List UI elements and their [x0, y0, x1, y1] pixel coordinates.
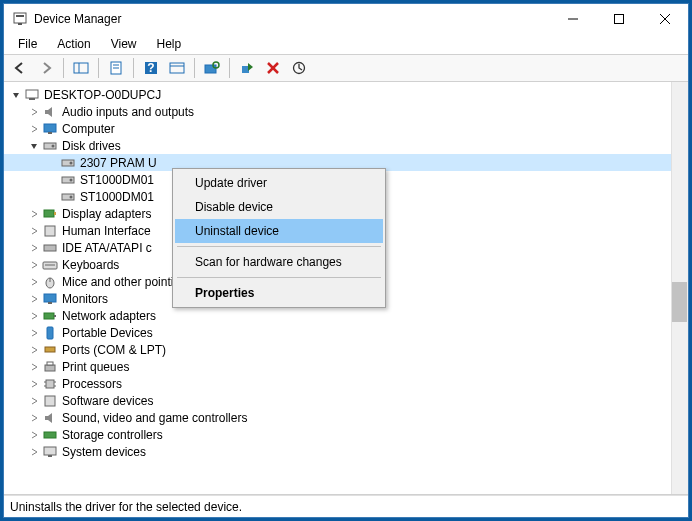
menu-file[interactable]: File	[10, 35, 45, 53]
scrollbar-thumb[interactable]	[672, 282, 687, 322]
tree-label: System devices	[62, 445, 146, 459]
device-manager-window: Device Manager File Action View Help ?	[3, 3, 689, 518]
svg-point-31	[70, 178, 73, 181]
portable-device-icon	[42, 325, 58, 341]
back-button[interactable]	[8, 57, 32, 79]
ctx-disable-device[interactable]: Disable device	[175, 195, 383, 219]
ctx-scan-hardware[interactable]: Scan for hardware changes	[175, 250, 383, 274]
ctx-label: Scan for hardware changes	[195, 255, 342, 269]
action-button[interactable]	[165, 57, 189, 79]
enable-device-button[interactable]	[235, 57, 259, 79]
tree-label: Storage controllers	[62, 428, 163, 442]
menu-view[interactable]: View	[103, 35, 145, 53]
tree-item-audio[interactable]: Audio inputs and outputs	[4, 103, 671, 120]
tree-item-network[interactable]: Network adapters	[4, 307, 671, 324]
svg-rect-25	[48, 132, 52, 134]
svg-rect-2	[18, 23, 22, 25]
audio-icon	[42, 104, 58, 120]
tree-root[interactable]: DESKTOP-O0DUPCJ	[4, 86, 671, 103]
tree-label: Computer	[62, 122, 115, 136]
window-controls	[550, 4, 688, 34]
chevron-right-icon[interactable]	[26, 444, 42, 460]
sound-icon	[42, 410, 58, 426]
tree-item-storage[interactable]: Storage controllers	[4, 426, 671, 443]
chevron-right-icon[interactable]	[26, 427, 42, 443]
svg-rect-42	[44, 294, 56, 302]
ctx-properties[interactable]: Properties	[175, 281, 383, 305]
menu-help[interactable]: Help	[149, 35, 190, 53]
separator	[177, 277, 381, 278]
chevron-right-icon[interactable]	[26, 206, 42, 222]
tree-item-print[interactable]: Print queues	[4, 358, 671, 375]
chevron-right-icon[interactable]	[26, 325, 42, 341]
tree-label: Sound, video and game controllers	[62, 411, 247, 425]
tree-label: 2307 PRAM U	[80, 156, 157, 170]
forward-button[interactable]	[34, 57, 58, 79]
svg-rect-1	[16, 15, 24, 17]
maximize-button[interactable]	[596, 4, 642, 34]
update-driver-button[interactable]	[287, 57, 311, 79]
chevron-right-icon[interactable]	[26, 342, 42, 358]
app-icon	[12, 11, 28, 27]
chevron-down-icon[interactable]	[8, 87, 24, 103]
menubar: File Action View Help	[4, 34, 688, 54]
ctx-uninstall-device[interactable]: Uninstall device	[175, 219, 383, 243]
chevron-right-icon[interactable]	[26, 104, 42, 120]
chevron-right-icon[interactable]	[26, 223, 42, 239]
tree-label: Display adapters	[62, 207, 151, 221]
properties-button[interactable]	[104, 57, 128, 79]
chevron-right-icon[interactable]	[26, 376, 42, 392]
chevron-right-icon[interactable]	[26, 291, 42, 307]
help-button[interactable]: ?	[139, 57, 163, 79]
monitor-icon	[42, 121, 58, 137]
svg-rect-48	[45, 365, 55, 371]
close-button[interactable]	[642, 4, 688, 34]
tree-label: Ports (COM & LPT)	[62, 343, 166, 357]
tree-item-software[interactable]: Software devices	[4, 392, 671, 409]
chevron-right-icon[interactable]	[26, 240, 42, 256]
svg-point-29	[70, 161, 73, 164]
show-hide-button[interactable]	[69, 57, 93, 79]
chevron-right-icon[interactable]	[26, 257, 42, 273]
tree-label: Processors	[62, 377, 122, 391]
svg-point-27	[52, 144, 55, 147]
disk-icon	[42, 138, 58, 154]
status-text: Uninstalls the driver for the selected d…	[10, 500, 242, 514]
tree-label: Audio inputs and outputs	[62, 105, 194, 119]
ctx-label: Uninstall device	[195, 224, 279, 238]
tree-item-processors[interactable]: Processors	[4, 375, 671, 392]
tree-item-ports[interactable]: Ports (COM & LPT)	[4, 341, 671, 358]
tree-item-portable[interactable]: Portable Devices	[4, 324, 671, 341]
ctx-update-driver[interactable]: Update driver	[175, 171, 383, 195]
tree-item-computer[interactable]: Computer	[4, 120, 671, 137]
svg-rect-4	[615, 15, 624, 24]
chevron-right-icon[interactable]	[26, 274, 42, 290]
tree-item-system[interactable]: System devices	[4, 443, 671, 460]
menu-action[interactable]: Action	[49, 35, 98, 53]
storage-controller-icon	[42, 427, 58, 443]
ctx-label: Disable device	[195, 200, 273, 214]
svg-rect-50	[46, 380, 54, 388]
chevron-right-icon[interactable]	[26, 393, 42, 409]
tree-item-sound[interactable]: Sound, video and game controllers	[4, 409, 671, 426]
chevron-right-icon[interactable]	[26, 359, 42, 375]
uninstall-device-button[interactable]	[261, 57, 285, 79]
disk-icon	[60, 189, 76, 205]
vertical-scrollbar[interactable]	[671, 82, 688, 494]
minimize-button[interactable]	[550, 4, 596, 34]
chevron-right-icon[interactable]	[26, 308, 42, 324]
scan-hardware-button[interactable]	[200, 57, 224, 79]
svg-rect-0	[14, 13, 26, 23]
chevron-down-icon[interactable]	[26, 138, 42, 154]
svg-text:?: ?	[147, 61, 154, 75]
statusbar: Uninstalls the driver for the selected d…	[4, 495, 688, 517]
svg-rect-56	[44, 432, 56, 438]
tree-item-disk-drives[interactable]: Disk drives	[4, 137, 671, 154]
chevron-right-icon[interactable]	[26, 121, 42, 137]
svg-rect-44	[44, 313, 54, 319]
tree-label: Print queues	[62, 360, 129, 374]
svg-rect-22	[26, 90, 38, 98]
monitor-icon	[42, 291, 58, 307]
chevron-right-icon[interactable]	[26, 410, 42, 426]
separator	[177, 246, 381, 247]
